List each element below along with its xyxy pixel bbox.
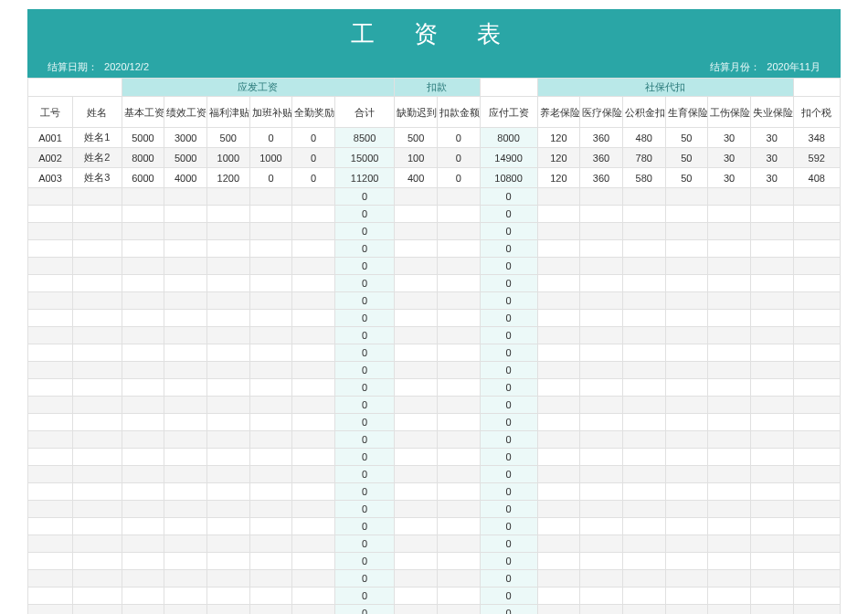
cell-name <box>73 449 122 466</box>
cell-id: A003 <box>28 168 73 188</box>
cell-overtime <box>249 501 292 518</box>
cell-unemp <box>750 535 793 553</box>
cell-welfare <box>206 431 249 449</box>
cell-welfare <box>206 588 249 605</box>
cell-unemp <box>750 188 793 206</box>
cell-due: 0 <box>480 466 537 483</box>
cell-base <box>122 518 164 535</box>
cell-injury <box>708 275 751 292</box>
cell-perf <box>164 240 207 258</box>
table-row: A003姓名3600040001200001120040001080012036… <box>28 168 841 188</box>
cell-fund <box>622 553 665 570</box>
cell-overtime <box>249 414 292 431</box>
cell-tax <box>793 344 841 362</box>
cell-perf <box>164 275 207 292</box>
cell-birth <box>665 379 708 397</box>
cell-base <box>122 275 164 292</box>
cell-medical <box>580 344 623 362</box>
cell-id <box>28 362 73 379</box>
cell-medical <box>580 449 623 466</box>
cell-overtime <box>249 327 292 344</box>
cell-fine <box>437 570 480 588</box>
cell-birth <box>665 327 708 344</box>
cell-id <box>28 240 73 258</box>
cell-due: 0 <box>480 501 537 518</box>
cell-late <box>395 570 438 588</box>
cell-overtime <box>249 240 292 258</box>
cell-name <box>73 483 122 501</box>
cell-birth <box>665 483 708 501</box>
cell-total: 0 <box>334 206 394 223</box>
cell-welfare: 1000 <box>206 148 249 168</box>
cell-fund <box>622 240 665 258</box>
cell-medical <box>580 188 623 206</box>
cell-due: 0 <box>480 344 537 362</box>
cell-name <box>73 344 122 362</box>
table-row: 00 <box>28 535 841 553</box>
table-row: 00 <box>28 501 841 518</box>
cell-fund <box>622 588 665 605</box>
group-header-due-blank <box>480 79 537 97</box>
cell-id <box>28 553 73 570</box>
cell-welfare <box>206 292 249 310</box>
cell-fund: 580 <box>622 168 665 188</box>
cell-perf <box>164 327 207 344</box>
cell-base <box>122 431 164 449</box>
cell-due: 0 <box>480 240 537 258</box>
cell-tax <box>793 553 841 570</box>
cell-base <box>122 501 164 518</box>
cell-total: 0 <box>334 362 394 379</box>
cell-pension <box>537 449 580 466</box>
cell-pension: 120 <box>537 128 580 148</box>
cell-injury <box>708 553 751 570</box>
cell-attend <box>292 483 335 501</box>
cell-medical: 360 <box>580 168 623 188</box>
cell-late <box>395 553 438 570</box>
table-row: 00 <box>28 310 841 327</box>
cell-injury <box>708 379 751 397</box>
cell-overtime <box>249 570 292 588</box>
col-welfare: 福利津贴 <box>206 97 249 128</box>
col-fine: 扣款金额 <box>437 97 480 128</box>
cell-unemp <box>750 397 793 414</box>
cell-total: 0 <box>334 414 394 431</box>
cell-base <box>122 223 164 240</box>
cell-due: 0 <box>480 431 537 449</box>
cell-total: 11200 <box>334 168 394 188</box>
cell-birth <box>665 553 708 570</box>
cell-perf <box>164 535 207 553</box>
cell-late <box>395 188 438 206</box>
cell-due: 0 <box>480 379 537 397</box>
cell-injury <box>708 240 751 258</box>
page-title: 工 资 表 <box>27 9 841 58</box>
cell-unemp <box>750 379 793 397</box>
cell-fine <box>437 501 480 518</box>
cell-fine <box>437 292 480 310</box>
cell-birth <box>665 258 708 275</box>
cell-birth <box>665 397 708 414</box>
cell-total: 0 <box>334 344 394 362</box>
cell-welfare <box>206 344 249 362</box>
group-header-tax-blank <box>793 79 841 97</box>
cell-id <box>28 327 73 344</box>
cell-pension <box>537 483 580 501</box>
cell-fund <box>622 362 665 379</box>
cell-perf: 5000 <box>164 148 207 168</box>
cell-id <box>28 414 73 431</box>
cell-fine <box>437 553 480 570</box>
cell-medical: 360 <box>580 128 623 148</box>
col-unemp: 失业保险扣除 <box>750 97 793 128</box>
cell-injury: 30 <box>708 148 751 168</box>
cell-pension <box>537 414 580 431</box>
cell-medical <box>580 275 623 292</box>
cell-pension <box>537 466 580 483</box>
cell-unemp <box>750 466 793 483</box>
cell-fund <box>622 223 665 240</box>
cell-id <box>28 605 73 615</box>
cell-name <box>73 518 122 535</box>
cell-medical <box>580 588 623 605</box>
cell-pension <box>537 206 580 223</box>
table-row: 00 <box>28 206 841 223</box>
cell-birth <box>665 223 708 240</box>
cell-name: 姓名1 <box>73 128 122 148</box>
